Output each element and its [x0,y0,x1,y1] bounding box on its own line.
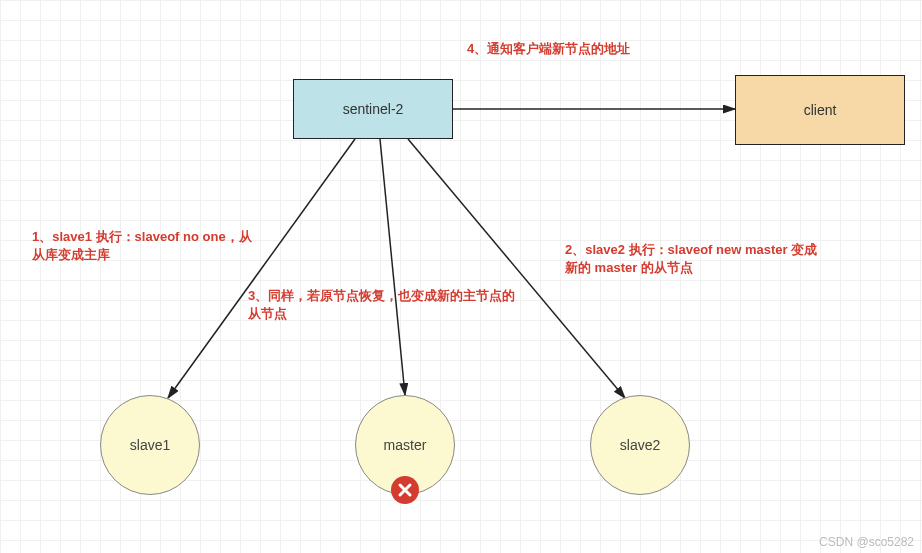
slave1-label: slave1 [130,437,170,453]
master-label: master [384,437,427,453]
annotation-step3: 3、同样，若原节点恢复，也变成新的主节点的从节点 [248,287,528,323]
client-label: client [804,102,837,118]
slave2-label: slave2 [620,437,660,453]
slave1-node: slave1 [100,395,200,495]
annotation-step1: 1、slave1 执行：slaveof no one，从从库变成主库 [32,228,252,264]
annotation-step2: 2、slave2 执行：slaveof new master 变成新的 mast… [565,241,825,277]
client-node: client [735,75,905,145]
sentinel-label: sentinel-2 [343,101,404,117]
sentinel-node: sentinel-2 [293,79,453,139]
slave2-node: slave2 [590,395,690,495]
error-icon [391,476,419,504]
annotation-step4: 4、通知客户端新节点的地址 [467,40,630,58]
watermark: CSDN @sco5282 [819,535,914,549]
